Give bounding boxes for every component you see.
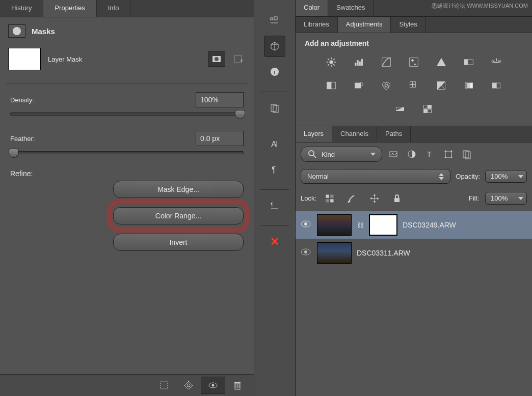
- visibility-toggle-icon[interactable]: [301, 220, 312, 230]
- density-slider[interactable]: [10, 112, 244, 116]
- dock-icon-brush-presets[interactable]: [264, 10, 285, 32]
- layer-mask-label: Layer Mask: [48, 55, 82, 63]
- svg-rect-34: [355, 63, 357, 66]
- svg-point-1: [215, 57, 219, 61]
- curves-icon[interactable]: [379, 55, 394, 69]
- filter-pixel-icon[interactable]: [386, 148, 401, 160]
- blend-mode-select[interactable]: Normal: [301, 169, 450, 184]
- channel-mixer-icon[interactable]: [379, 79, 394, 92]
- brightness-icon[interactable]: [324, 55, 339, 69]
- svg-line-72: [313, 155, 316, 158]
- density-value[interactable]: 100%: [196, 92, 244, 107]
- dock-icon-layer-comps[interactable]: [264, 97, 285, 119]
- svg-rect-36: [359, 62, 361, 66]
- svg-rect-13: [271, 18, 273, 20]
- posterize-icon[interactable]: [461, 79, 476, 92]
- feather-value[interactable]: 0.0 px: [196, 131, 244, 146]
- delete-mask-icon[interactable]: [225, 377, 250, 394]
- link-icon[interactable]: ⛓: [357, 221, 364, 229]
- dock-icon-character[interactable]: A: [264, 133, 285, 155]
- vibrance-icon[interactable]: [434, 55, 449, 69]
- mask-thumbnail[interactable]: [369, 214, 397, 236]
- dock-icon-paragraph[interactable]: ¶: [264, 159, 285, 180]
- svg-rect-86: [326, 199, 329, 202]
- lock-position-icon[interactable]: [367, 192, 382, 205]
- tab-color[interactable]: Color: [296, 0, 328, 16]
- toggle-visibility-icon[interactable]: [201, 377, 225, 394]
- color-balance-icon[interactable]: [489, 55, 504, 69]
- hue-sat-icon[interactable]: [461, 55, 476, 69]
- tab-adjustments[interactable]: Adjustments: [338, 17, 391, 33]
- dock-icon-3d[interactable]: [264, 36, 285, 57]
- mask-edge-button[interactable]: Mask Edge...: [113, 181, 244, 198]
- filter-shape-icon[interactable]: [441, 148, 456, 160]
- threshold-icon[interactable]: [489, 79, 504, 92]
- tab-styles[interactable]: Styles: [391, 17, 425, 33]
- filter-smart-icon[interactable]: [460, 148, 474, 160]
- svg-rect-39: [410, 58, 418, 67]
- gradient-map-icon[interactable]: [392, 102, 408, 116]
- tab-history[interactable]: History: [0, 0, 43, 17]
- svg-rect-56: [410, 82, 413, 84]
- svg-point-71: [309, 151, 314, 156]
- search-icon: [307, 149, 317, 159]
- selective-color-icon[interactable]: [420, 102, 435, 116]
- filter-type-icon[interactable]: T: [423, 148, 437, 160]
- svg-rect-83: [326, 194, 329, 197]
- bw-icon[interactable]: [324, 79, 339, 92]
- vector-mask-button[interactable]: +: [230, 51, 246, 67]
- layer-thumbnail[interactable]: [317, 242, 352, 264]
- lock-pixels-icon[interactable]: [345, 192, 359, 205]
- tab-info[interactable]: Info: [97, 0, 131, 17]
- dock-icon-close[interactable]: ✕: [264, 231, 285, 252]
- tab-libraries[interactable]: Libraries: [296, 17, 338, 33]
- invert-icon[interactable]: [434, 79, 449, 92]
- filter-adjustment-icon[interactable]: [405, 148, 419, 160]
- visibility-toggle-icon[interactable]: [301, 248, 312, 258]
- dock-icon-paragraph-styles[interactable]: ¶: [264, 195, 285, 216]
- svg-marker-92: [377, 197, 379, 200]
- svg-rect-14: [274, 17, 277, 20]
- masks-header: Masks: [0, 17, 254, 43]
- svg-text:+: +: [240, 58, 243, 64]
- layer-thumbnail[interactable]: [317, 214, 352, 236]
- opacity-value[interactable]: 100%: [485, 170, 527, 183]
- feather-slider[interactable]: [10, 151, 244, 154]
- layer-row[interactable]: DSC03311.ARW: [296, 239, 532, 267]
- svg-point-48: [498, 60, 501, 63]
- lock-all-icon[interactable]: [390, 192, 404, 205]
- tab-layers[interactable]: Layers: [296, 126, 332, 142]
- svg-point-77: [445, 151, 446, 152]
- feather-label: Feather:: [10, 135, 35, 143]
- layer-mask-thumbnail[interactable]: [8, 48, 41, 70]
- svg-rect-76: [445, 151, 451, 157]
- layer-row[interactable]: ⛓ DSC03249.ARW: [296, 211, 532, 239]
- tab-channels[interactable]: Channels: [332, 126, 377, 142]
- exposure-icon[interactable]: [406, 55, 421, 69]
- filter-kind-select[interactable]: Kind: [301, 147, 382, 162]
- layer-name[interactable]: DSC03311.ARW: [357, 249, 410, 257]
- dock-icon-info[interactable]: i: [264, 61, 285, 82]
- mask-mode-icon: [8, 24, 25, 38]
- svg-point-25: [330, 61, 333, 64]
- layer-name[interactable]: DSC03249.ARW: [403, 221, 456, 229]
- apply-mask-icon[interactable]: [176, 377, 201, 394]
- svg-rect-70: [428, 109, 432, 113]
- levels-icon[interactable]: [351, 55, 366, 69]
- tab-swatches[interactable]: Swatches: [328, 0, 374, 16]
- color-lookup-icon[interactable]: [406, 79, 421, 92]
- svg-point-80: [451, 157, 453, 158]
- lock-transparency-icon[interactable]: [323, 192, 337, 205]
- photo-filter-icon[interactable]: [351, 79, 366, 92]
- load-selection-icon[interactable]: [152, 377, 176, 394]
- tab-paths[interactable]: Paths: [377, 126, 411, 142]
- svg-rect-64: [493, 83, 497, 88]
- pixel-mask-button[interactable]: [208, 51, 225, 67]
- fill-value[interactable]: 100%: [485, 192, 527, 205]
- watermark: 思缘设计论坛 WWW.MISSYUAN.COM: [432, 2, 528, 10]
- color-range-button[interactable]: Color Range...: [113, 207, 244, 224]
- invert-button[interactable]: Invert: [113, 234, 244, 251]
- svg-rect-67: [424, 105, 428, 109]
- tab-properties[interactable]: Properties: [43, 0, 96, 17]
- svg-line-30: [328, 59, 329, 60]
